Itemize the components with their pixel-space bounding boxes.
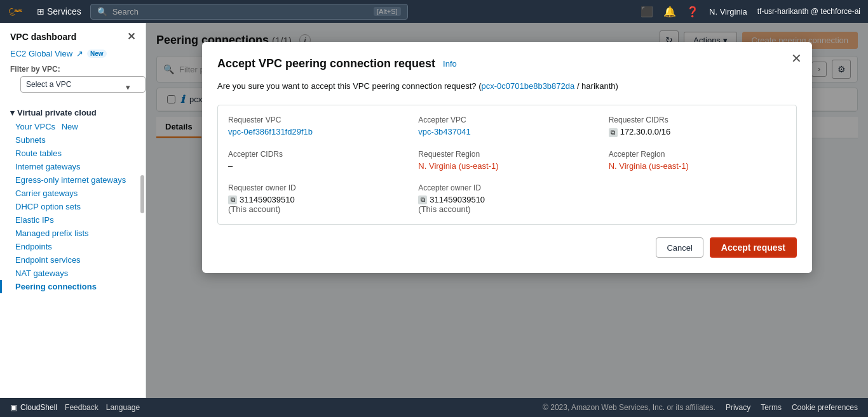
grid-icon: ⊞ — [37, 6, 44, 17]
sidebar-header: VPC dashboard ✕ — [0, 23, 146, 48]
sidebar-item-dhcp[interactable]: DHCP option sets — [0, 200, 146, 213]
region-selector[interactable]: N. Virginia — [709, 7, 747, 17]
accepter-cidrs-value: – — [228, 161, 405, 171]
help-icon[interactable]: ❓ — [686, 6, 699, 18]
requester-vpc-value[interactable]: vpc-0ef386f131fd29f1b — [228, 127, 405, 136]
top-navbar: aws ⊞ Services 🔍 [Alt+S] ⬛ 🔔 ❓ N. Virgin… — [0, 0, 868, 23]
modal-header: Accept VPC peering connection request In… — [217, 57, 797, 70]
requester-cidrs-field: Requester CIDRs ⧉172.30.0.0/16 — [609, 116, 786, 137]
copy-icon-3[interactable]: ⧉ — [418, 195, 427, 204]
sidebar: VPC dashboard ✕ EC2 Global View ↗ New Fi… — [0, 23, 146, 398]
svg-text:aws: aws — [14, 8, 22, 13]
requester-region-field: Requester Region N. Virginia (us-east-1) — [418, 150, 595, 171]
requester-vpc-field: Requester VPC vpc-0ef386f131fd29f1b — [228, 116, 405, 137]
sidebar-scrollbar — [140, 175, 144, 213]
sidebar-item-endpoint-services[interactable]: Endpoint services — [0, 253, 146, 267]
sidebar-item-nat-gateways[interactable]: NAT gateways — [0, 267, 146, 280]
modal-title: Accept VPC peering connection request — [217, 57, 435, 70]
external-link-icon: ↗ — [76, 49, 83, 58]
copy-icon[interactable]: ⧉ — [609, 128, 618, 137]
requester-owner-field: Requester owner ID ⧉311459039510 (This a… — [228, 183, 405, 215]
sidebar-item-managed-prefix[interactable]: Managed prefix lists — [0, 227, 146, 240]
sidebar-item-subnets[interactable]: Subnets — [0, 133, 146, 147]
language-link[interactable]: Language — [106, 403, 140, 412]
footer-right: © 2023, Amazon Web Services, Inc. or its… — [543, 403, 858, 412]
pcx-id-link[interactable]: pcx-0c0701be8b3b872da — [482, 81, 575, 91]
terms-link[interactable]: Terms — [761, 403, 782, 412]
account-menu[interactable]: tf-usr-harikanth @ techforce-ai — [757, 7, 860, 16]
sidebar-item-route-tables[interactable]: Route tables — [0, 147, 146, 160]
sidebar-ec2-global-view[interactable]: EC2 Global View ↗ New — [0, 48, 146, 60]
sidebar-section-vpc[interactable]: ▾ Virtual private cloud — [0, 103, 146, 120]
search-icon: 🔍 — [97, 7, 107, 17]
modal-footer: Cancel Accept request — [217, 237, 797, 258]
accepter-vpc-field: Accepter VPC vpc-3b437041 — [418, 116, 595, 137]
search-shortcut: [Alt+S] — [374, 7, 401, 16]
sidebar-item-endpoints[interactable]: Endpoints — [0, 240, 146, 253]
bell-icon[interactable]: 🔔 — [663, 6, 676, 18]
new-badge: New — [87, 50, 107, 58]
footer-left: ▣ CloudShell Feedback Language — [10, 403, 140, 412]
sidebar-item-carrier-gateways[interactable]: Carrier gateways — [0, 187, 146, 200]
sidebar-item-peering-connections[interactable]: Peering connections — [0, 280, 146, 293]
cloudshell-button[interactable]: ▣ CloudShell — [10, 403, 57, 412]
cookie-link[interactable]: Cookie preferences — [792, 403, 858, 412]
sidebar-close-btn[interactable]: ✕ — [127, 30, 135, 43]
chevron-down-icon: ▾ — [10, 108, 15, 117]
accepter-owner-value: ⧉311459039510 (This account) — [418, 195, 595, 215]
app-layout: VPC dashboard ✕ EC2 Global View ↗ New Fi… — [0, 23, 868, 398]
privacy-link[interactable]: Privacy — [726, 403, 750, 412]
sidebar-title: VPC dashboard — [10, 32, 76, 42]
sidebar-item-your-vpcs[interactable]: Your VPCs New — [0, 120, 146, 133]
vpc-filter-select[interactable]: Select a VPC — [20, 76, 146, 93]
accepter-region-field: Accepter Region N. Virginia (us-east-1) — [609, 150, 786, 171]
sidebar-item-internet-gateways[interactable]: Internet gateways — [0, 160, 146, 173]
accepter-vpc-value[interactable]: vpc-3b437041 — [418, 127, 595, 136]
accept-request-button[interactable]: Accept request — [710, 237, 797, 258]
main-content: Peering connections (1/1) i ↻ Actions ▾ … — [146, 23, 868, 398]
filter-by-vpc-label: Filter by VPC: — [0, 60, 146, 76]
requester-region-value: N. Virginia (us-east-1) — [418, 161, 595, 171]
feedback-link[interactable]: Feedback — [65, 403, 98, 412]
services-menu[interactable]: ⊞ Services — [33, 4, 85, 19]
navbar-right: ⬛ 🔔 ❓ N. Virginia tf-usr-harikanth @ tec… — [641, 6, 860, 18]
requester-cidrs-value: ⧉172.30.0.0/16 — [609, 127, 786, 137]
accepter-owner-field: Accepter owner ID ⧉311459039510 (This ac… — [418, 183, 595, 215]
sidebar-item-egress-only[interactable]: Egress-only internet gateways — [0, 173, 146, 187]
terminal-icon[interactable]: ⬛ — [641, 6, 653, 18]
modal-overlay: Accept VPC peering connection request In… — [146, 23, 868, 398]
copyright-text: © 2023, Amazon Web Services, Inc. or its… — [543, 403, 715, 412]
empty-field — [609, 183, 786, 215]
cancel-button[interactable]: Cancel — [656, 237, 703, 258]
aws-logo[interactable]: aws — [8, 1, 28, 22]
your-vpcs-new-badge: New — [62, 122, 78, 131]
copy-icon-2[interactable]: ⧉ — [228, 195, 237, 204]
footer: ▣ CloudShell Feedback Language © 2023, A… — [0, 398, 868, 417]
terminal-icon-footer: ▣ — [10, 403, 17, 412]
global-search-bar[interactable]: 🔍 [Alt+S] — [90, 4, 408, 20]
search-input[interactable] — [112, 7, 369, 17]
requester-owner-value: ⧉311459039510 (This account) — [228, 195, 405, 215]
modal-close-button[interactable]: ✕ — [791, 52, 802, 65]
modal-fields-grid: Requester VPC vpc-0ef386f131fd29f1b Acce… — [217, 105, 797, 225]
modal-description: Are you sure you want to accept this VPC… — [217, 81, 797, 92]
accepter-region-value: N. Virginia (us-east-1) — [609, 161, 786, 171]
accepter-cidrs-field: Accepter CIDRs – — [228, 150, 405, 171]
sidebar-item-elastic-ips[interactable]: Elastic IPs — [0, 213, 146, 227]
accept-peering-modal: Accept VPC peering connection request In… — [202, 42, 812, 273]
modal-info-link[interactable]: Info — [443, 59, 457, 69]
